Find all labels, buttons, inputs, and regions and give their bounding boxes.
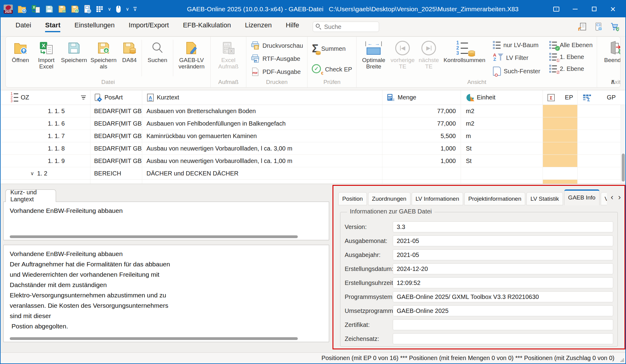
- tab-scroll-right-icon[interactable]: ›: [618, 193, 621, 201]
- vorherige-te-button[interactable]: ◀ vorherige TE: [389, 38, 416, 70]
- save-icon[interactable]: [45, 4, 54, 15]
- version-field[interactable]: 3.3: [393, 221, 613, 232]
- maximize-button[interactable]: [585, 1, 603, 17]
- tab-efb-kalkulation[interactable]: EFB-Kalkulation: [176, 17, 238, 36]
- horizontal-scrollbar-thumb[interactable]: [10, 235, 298, 238]
- tab-import-export[interactable]: Import/Export: [122, 17, 176, 36]
- open-file-icon[interactable]: [17, 4, 27, 15]
- check-ep-button[interactable]: ✓ € Check EP: [309, 64, 354, 75]
- cell-posart: BEREICH: [90, 167, 142, 179]
- button-label: Import Excel: [33, 57, 59, 70]
- tab-lv-statistik[interactable]: LV Statistik: [526, 192, 563, 205]
- import-excel-button[interactable]: X Import Excel: [33, 38, 59, 70]
- column-header-kurztext[interactable]: A Kurztext: [142, 90, 382, 105]
- lv-filter-button[interactable]: A Z LV Filter: [491, 52, 543, 63]
- cell-einheit: m2: [461, 105, 543, 117]
- app-logo-icon[interactable]: 2025: [4, 4, 13, 15]
- da84-globe-icon[interactable]: [83, 4, 91, 15]
- cell-kurztext: Ausbau von neuwertigen Vorbaurollladen, …: [142, 155, 382, 167]
- grid-dropdown-chevron-icon[interactable]: ∨: [108, 8, 111, 11]
- tab-scroll-left-icon[interactable]: ‹: [611, 193, 614, 201]
- beenden-button[interactable]: Beenden: [599, 38, 621, 63]
- programmsystem-field[interactable]: GAEB-Online 2025/ GXML Toolbox V3.3 R202…: [393, 291, 613, 302]
- zeichensatz-field[interactable]: [393, 333, 613, 344]
- expand-chevron-icon[interactable]: ∨: [30, 170, 34, 177]
- minimize-button[interactable]: [566, 1, 585, 17]
- column-header-posart[interactable]: PosArt: [90, 90, 142, 105]
- table-row[interactable]: 1. 1. 5 BEDARF(MIT GB) Ausbauen von Bret…: [1, 105, 625, 117]
- table-row[interactable]: 1. 1. 6 BEDARF(MIT GB) Ausbauen von Fehl…: [1, 117, 625, 130]
- oeffnen-button[interactable]: Öffnen: [8, 38, 33, 63]
- column-header-menge[interactable]: Menge: [382, 90, 461, 105]
- search-input[interactable]: [313, 22, 379, 32]
- shop-cart-icon[interactable]: [610, 22, 620, 32]
- title-bar: 2025 X: [1, 1, 625, 17]
- mouse-dropdown-chevron-icon[interactable]: ∨: [126, 8, 129, 11]
- close-button[interactable]: ×: [603, 1, 622, 17]
- import-excel-icon[interactable]: X: [31, 4, 41, 15]
- suchen-button[interactable]: Suchen: [143, 38, 172, 63]
- ribbon-collapse-icon[interactable]: ∧: [610, 79, 615, 85]
- kurztext-box[interactable]: Vorhandene EnBW-Freileitung abbauen: [3, 202, 329, 240]
- such-fenster-button[interactable]: Such-Fenster: [491, 66, 543, 76]
- ebene-2-button[interactable]: ② 2. Ebene: [547, 64, 595, 73]
- alle-ebenen-button[interactable]: ✓ Alle Ebenen: [547, 40, 595, 50]
- zertifikat-field[interactable]: [393, 319, 613, 330]
- summen-button[interactable]: Σ Summen: [309, 42, 354, 56]
- tab-lizenzen[interactable]: Lizenzen: [238, 17, 279, 36]
- button-label: vorherige TE: [389, 57, 416, 70]
- tab-vergabe[interactable]: Vergabe: [601, 192, 607, 205]
- pdf-ausgabe-button[interactable]: PDF PDF-Ausgabe: [248, 67, 305, 77]
- tab-position[interactable]: Position: [338, 192, 367, 205]
- ausgabejahr-field[interactable]: 2021-05: [393, 249, 613, 260]
- sort-icon[interactable]: [81, 95, 86, 100]
- rtf-ausgabe-button[interactable]: W RTF-Ausgabe: [248, 54, 305, 64]
- scrollbar-thumb[interactable]: [622, 154, 625, 182]
- ribbon-display-options-button[interactable]: ↑: [547, 1, 566, 17]
- column-header-ep[interactable]: Σ EP: [543, 90, 578, 105]
- tab-gaeb-info[interactable]: GAEB Info: [564, 189, 600, 205]
- save-as-floppy-icon: [97, 39, 110, 57]
- da84-online-icon[interactable]: [594, 22, 603, 32]
- tab-projektinformationen[interactable]: Projektinformationen: [464, 192, 525, 205]
- erstellungsdatum-field[interactable]: 2024-12-20: [393, 263, 613, 274]
- table-row[interactable]: 1. 1. 9 BEDARF(MIT GB) Ausbau von neuwer…: [1, 155, 625, 167]
- save-download-icon[interactable]: [71, 4, 79, 15]
- save-as-icon[interactable]: [58, 4, 66, 15]
- druckvorschau-button[interactable]: Druckvorschau: [248, 40, 305, 51]
- langtext-box[interactable]: Vorhandene EnBW-Freileitung abbauen Der …: [3, 245, 329, 342]
- erstellungsuhrzeit-field[interactable]: 12:09:52: [393, 277, 613, 288]
- excel-aufmass-button[interactable]: 0.00 X Excel Aufmaß: [213, 38, 244, 70]
- grid-view-icon[interactable]: [96, 4, 104, 15]
- speichern-button[interactable]: Speichern: [59, 38, 89, 63]
- resize-grip[interactable]: [619, 357, 624, 362]
- news-icon[interactable]: [577, 22, 587, 32]
- tab-datei[interactable]: Datei: [9, 17, 38, 36]
- kontrollsummen-button[interactable]: 1 2 3 Kontrollsummen: [441, 38, 487, 63]
- table-row[interactable]: 1. 1. 8 BEDARF(MIT GB) Ausbau von neuwer…: [1, 142, 625, 155]
- speichern-als-button[interactable]: Speichern als: [89, 38, 118, 70]
- nur-lv-baum-button[interactable]: nur LV-Baum: [491, 40, 543, 50]
- column-header-gp[interactable]: Σ GP: [578, 90, 621, 105]
- levels-all-icon: ✓: [549, 41, 557, 49]
- naechste-te-button[interactable]: ▶ nächste TE: [416, 38, 441, 70]
- horizontal-scrollbar-thumb[interactable]: [10, 337, 298, 340]
- column-header-einheit[interactable]: Einheit: [461, 90, 543, 105]
- tab-einstellungen[interactable]: Einstellungen: [67, 17, 121, 36]
- da84-button[interactable]: DA84: [118, 38, 140, 63]
- column-header-oz[interactable]: 1 2 3 OZ: [7, 90, 90, 105]
- gaeb-lv-veraendern-button[interactable]: GAEB-LV verändern: [174, 38, 209, 70]
- tab-lv-informationen[interactable]: LV Informationen: [412, 192, 463, 205]
- table-row-bereich[interactable]: ∨ 1. 2 BEREICH DÄCHER und DECKEN DÄCHER: [1, 167, 625, 180]
- tab-hilfe[interactable]: Hilfe: [279, 17, 306, 36]
- qat-collapse-icon[interactable]: ∨: [133, 7, 137, 11]
- tab-kurz-und-langtext[interactable]: Kurz- und Langtext: [5, 189, 56, 202]
- ebene-1-button[interactable]: ① 1. Ebene: [547, 52, 595, 61]
- umsetzprogramm-field[interactable]: GAEB-Online 2025: [393, 305, 613, 316]
- ausgabemonat-field[interactable]: 2021-05: [393, 235, 613, 246]
- tab-start[interactable]: Start: [38, 17, 67, 36]
- mouse-settings-icon[interactable]: [115, 4, 121, 15]
- tab-zuordnungen[interactable]: Zuordnungen: [368, 192, 410, 205]
- optimale-breite-button[interactable]: ←→ Optimale Breite: [358, 38, 389, 70]
- table-row[interactable]: 1. 1. 7 BEDARF(MIT GB) Kaminrückbau von …: [1, 130, 625, 142]
